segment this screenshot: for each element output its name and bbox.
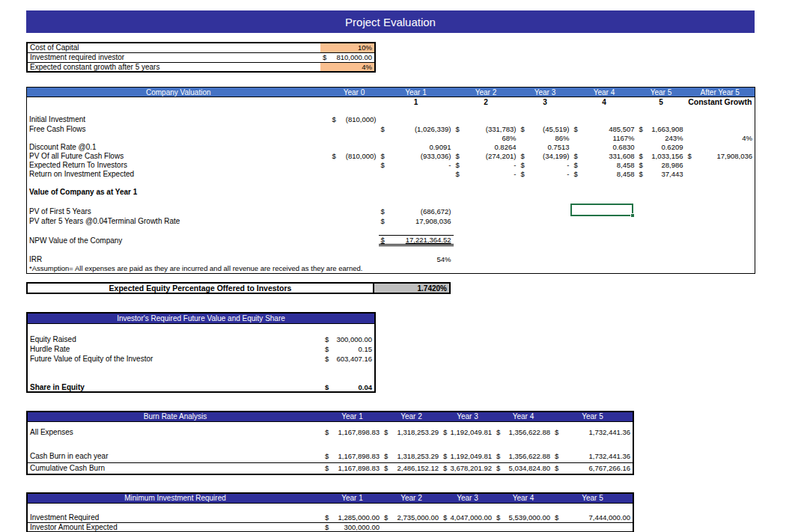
- fcf-pct-y3[interactable]: 86%: [519, 134, 572, 143]
- all-expenses-y3[interactable]: $1,192,049.81: [441, 427, 494, 437]
- selected-cell[interactable]: [570, 204, 633, 216]
- burn-rate-title[interactable]: Burn Rate Analysis: [27, 412, 323, 421]
- expected-growth-label[interactable]: Expected constant growth after 5 years: [27, 62, 320, 72]
- pv-all-after[interactable]: $17,908,036: [686, 152, 755, 161]
- free-cash-flows-label[interactable]: Free Cash Flows: [27, 124, 330, 134]
- cv-sub-1[interactable]: 1: [379, 97, 454, 108]
- discount-y5[interactable]: 0.6209: [637, 143, 686, 152]
- cumulative-burn-y4[interactable]: $5,034,824.80: [494, 462, 552, 474]
- cumulative-burn-y5[interactable]: $6,767,266.16: [552, 462, 633, 474]
- irr-label[interactable]: IRR: [27, 255, 330, 264]
- min-col-year2[interactable]: Year 2: [382, 493, 441, 503]
- all-expenses-y4[interactable]: $1,356,622.88: [494, 427, 552, 437]
- fcf-y3[interactable]: $(45,519): [519, 124, 572, 134]
- value-of-company-heading[interactable]: Value of Company as at Year 1: [27, 187, 755, 197]
- expected-return-y4[interactable]: $8,458: [572, 161, 637, 170]
- page-title[interactable]: Project Evaluation: [26, 10, 755, 33]
- investment-required-label[interactable]: Investment required investor: [27, 52, 320, 62]
- burn-col-year3[interactable]: Year 3: [441, 412, 494, 421]
- fcf-y1[interactable]: $(1,026,339): [379, 124, 454, 134]
- investment-required-value[interactable]: $810,000.00: [320, 52, 375, 62]
- burn-col-year5[interactable]: Year 5: [552, 412, 633, 421]
- cv-sub-constant-growth[interactable]: Constant Growth: [686, 97, 755, 108]
- cv-col-year5[interactable]: Year 5: [637, 88, 686, 97]
- cv-sub-5[interactable]: 5: [637, 97, 686, 108]
- burn-col-year2[interactable]: Year 2: [382, 412, 441, 421]
- roi-y2[interactable]: $-: [454, 170, 519, 179]
- fcf-pct-y5[interactable]: 243%: [637, 134, 686, 143]
- company-valuation-title[interactable]: Company Valuation: [27, 88, 330, 97]
- all-expenses-y1[interactable]: $1,167,898.83: [323, 427, 382, 437]
- irr-value[interactable]: 54%: [379, 255, 454, 264]
- fcf-pct-y2[interactable]: 68%: [454, 134, 519, 143]
- npw-label[interactable]: NPW Value of the Company: [27, 236, 330, 245]
- cost-of-capital-value[interactable]: 10%: [320, 43, 375, 52]
- fcf-pct-y4[interactable]: 1167%: [572, 134, 637, 143]
- cv-col-after-year5[interactable]: After Year 5: [686, 88, 755, 97]
- pv-after5-label[interactable]: PV after 5 Years @0.04Terminal Growth Ra…: [27, 216, 330, 226]
- cv-col-year0[interactable]: Year 0: [330, 88, 379, 97]
- fcf-y4[interactable]: $485,507: [572, 124, 637, 134]
- pv-first5-label[interactable]: PV of First 5 Years: [27, 207, 330, 216]
- all-expenses-label[interactable]: All Expenses: [27, 427, 323, 437]
- min-col-year4[interactable]: Year 4: [494, 493, 552, 503]
- burn-col-year4[interactable]: Year 4: [494, 412, 552, 421]
- min-col-year5[interactable]: Year 5: [552, 493, 633, 503]
- pv-all-y0[interactable]: $(810,000): [330, 152, 379, 161]
- equity-raised-value[interactable]: $300,000.00: [323, 334, 375, 344]
- expected-return-y2[interactable]: $-: [454, 161, 519, 170]
- cumulative-burn-y3[interactable]: $3,678,201.92: [441, 462, 494, 474]
- pv-all-y1[interactable]: $(933,036): [379, 152, 454, 161]
- pv-all-y2[interactable]: $(274,201): [454, 152, 519, 161]
- roi-y3[interactable]: $-: [519, 170, 572, 179]
- expected-return-label[interactable]: Expected Return To Investors: [27, 161, 330, 170]
- cv-sub-2[interactable]: 2: [454, 97, 519, 108]
- investment-required-y2[interactable]: $2,735,000.00: [382, 513, 441, 522]
- cash-burn-y5[interactable]: $1,732,441.36: [552, 450, 633, 462]
- cash-burn-y4[interactable]: $1,356,622.88: [494, 450, 552, 462]
- cv-col-year1[interactable]: Year 1: [379, 88, 454, 97]
- investor-amount-label[interactable]: Investor Amount Expected: [27, 522, 323, 532]
- min-col-year1[interactable]: Year 1: [323, 493, 382, 503]
- discount-y3[interactable]: 0.7513: [519, 143, 572, 152]
- pv-first5-value[interactable]: $(686,672): [379, 207, 454, 216]
- pv-all-y4[interactable]: $331,608: [572, 152, 637, 161]
- equity-offer-label[interactable]: Expected Equity Percentage Offered to In…: [26, 282, 374, 294]
- discount-y2[interactable]: 0.8264: [454, 143, 519, 152]
- initial-investment-y0[interactable]: $(810,000): [330, 114, 379, 124]
- expected-return-y5[interactable]: $28,986: [637, 161, 686, 170]
- cumulative-burn-label[interactable]: Cumulative Cash Burn: [27, 462, 323, 474]
- pv-all-y3[interactable]: $(34,199): [519, 152, 572, 161]
- cumulative-burn-y1[interactable]: $1,167,898.83: [323, 462, 382, 474]
- expected-growth-value[interactable]: 4%: [320, 62, 375, 72]
- investment-required-y3[interactable]: $4,047,000.00: [441, 513, 494, 522]
- roi-y5[interactable]: $37,443: [637, 170, 686, 179]
- cash-burn-label[interactable]: Cash Burn in each year: [27, 450, 323, 462]
- cv-col-year4[interactable]: Year 4: [572, 88, 637, 97]
- initial-investment-label[interactable]: Initial Investment: [27, 114, 330, 124]
- hurdle-rate-label[interactable]: Hurdle Rate: [27, 344, 323, 354]
- investment-required-y4[interactable]: $5,539,000.00: [494, 513, 552, 522]
- cv-col-year2[interactable]: Year 2: [454, 88, 519, 97]
- pv-all-label[interactable]: PV Of all Future Cash Flows: [27, 152, 330, 161]
- burn-col-year1[interactable]: Year 1: [323, 412, 382, 421]
- equity-offer-value[interactable]: 1.7420%: [374, 282, 451, 294]
- minimum-investment-title[interactable]: Minimum Investment Required: [27, 493, 323, 503]
- roi-expected-label[interactable]: Return on Investment Expected: [27, 170, 330, 179]
- discount-y1[interactable]: 0.9091: [379, 143, 454, 152]
- cash-burn-y1[interactable]: $1,167,898.83: [323, 450, 382, 462]
- cash-burn-y3[interactable]: $1,192,049.81: [441, 450, 494, 462]
- min-col-year3[interactable]: Year 3: [441, 493, 494, 503]
- assumption-note[interactable]: *Assumption= All expenses are paid as th…: [27, 264, 755, 274]
- fill-handle[interactable]: [630, 213, 635, 218]
- cv-sub-3[interactable]: 3: [519, 97, 572, 108]
- all-expenses-y2[interactable]: $1,318,253.29: [382, 427, 441, 437]
- hurdle-rate-value[interactable]: $0.15: [323, 344, 375, 354]
- fcf-pct-after[interactable]: 4%: [686, 134, 755, 143]
- investment-required-y1[interactable]: $1,285,000.00: [323, 513, 382, 522]
- investment-required-y5[interactable]: $7,444,000.00: [552, 513, 633, 522]
- share-in-equity-label[interactable]: Share in Equity: [27, 382, 323, 392]
- cv-sub-4[interactable]: 4: [572, 97, 637, 108]
- investment-required-min-label[interactable]: Investment Required: [27, 513, 323, 522]
- expected-return-y1[interactable]: $-: [379, 161, 454, 170]
